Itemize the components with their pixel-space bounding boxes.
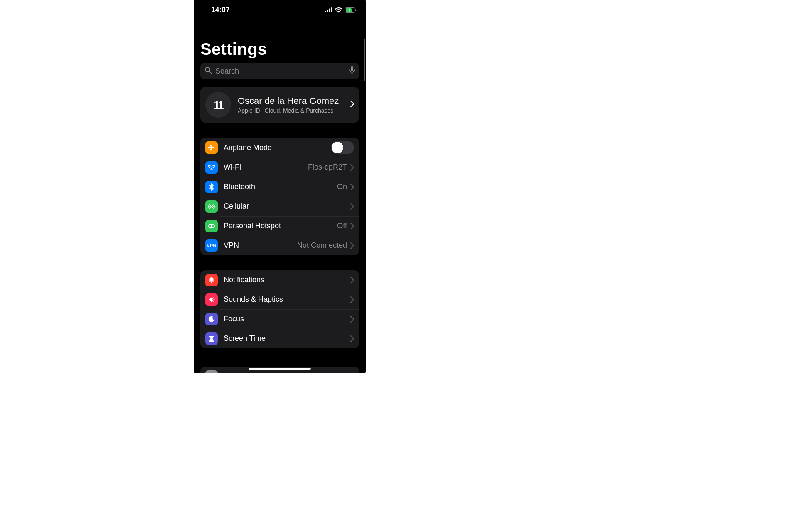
chevron-right-icon (350, 223, 354, 229)
svg-rect-3 (331, 7, 332, 12)
airplane-mode-row[interactable]: Airplane Mode (200, 138, 359, 158)
page-title: Settings (194, 20, 366, 63)
status-icons (325, 7, 357, 13)
bluetooth-icon (205, 181, 218, 193)
sounds-label: Sounds & Haptics (224, 295, 350, 304)
bluetooth-label: Bluetooth (224, 182, 337, 191)
wifi-icon (335, 7, 342, 13)
svg-point-14 (211, 206, 212, 207)
vpn-row[interactable]: VPN VPN Not Connected (200, 236, 359, 255)
cellular-row[interactable]: Cellular (200, 197, 359, 216)
chevron-right-icon (350, 101, 354, 109)
svg-point-4 (338, 12, 339, 12)
apple-id-subtitle: Apple ID, iCloud, Media & Purchases (238, 107, 350, 114)
bluetooth-row[interactable]: Bluetooth On (200, 177, 359, 197)
notifications-icon (205, 274, 218, 286)
apple-id-group: 11 Oscar de la Hera Gomez Apple ID, iClo… (200, 87, 359, 123)
scroll-indicator (364, 39, 365, 81)
airplane-mode-label: Airplane Mode (224, 143, 331, 152)
mic-icon[interactable] (349, 66, 355, 76)
wifi-row[interactable]: Wi-Fi Fios-qpR2T (200, 158, 359, 177)
search-input[interactable] (215, 67, 346, 76)
avatar: 11 (205, 92, 231, 118)
general-icon (205, 370, 218, 373)
screentime-label: Screen Time (224, 334, 350, 343)
svg-rect-10 (351, 66, 353, 71)
hotspot-row[interactable]: Personal Hotspot Off (200, 216, 359, 236)
cellular-icon (205, 200, 218, 213)
apple-id-name: Oscar de la Hera Gomez (238, 96, 350, 106)
wifi-settings-icon (205, 161, 218, 174)
vpn-value: Not Connected (297, 241, 347, 250)
notifications-label: Notifications (224, 276, 350, 284)
screen-time-icon (205, 332, 218, 345)
focus-icon (205, 313, 218, 325)
chevron-right-icon (350, 316, 354, 323)
battery-icon (345, 7, 357, 13)
vpn-icon: VPN (205, 239, 218, 252)
chevron-right-icon (350, 203, 354, 210)
connectivity-group: Airplane Mode Wi-Fi Fios-qpR2T Bluetooth… (200, 138, 359, 255)
chevron-right-icon (350, 335, 354, 342)
chevron-right-icon (350, 184, 354, 190)
cellular-signal-icon (325, 7, 332, 12)
focus-row[interactable]: Focus (200, 309, 359, 329)
wifi-value: Fios-qpR2T (308, 163, 347, 172)
svg-point-13 (211, 169, 212, 170)
notifications-row[interactable]: Notifications (200, 270, 359, 290)
status-bar: 14:07 (194, 0, 366, 20)
home-indicator[interactable] (249, 368, 311, 370)
svg-line-9 (209, 71, 212, 74)
vpn-icon-label: VPN (207, 243, 217, 248)
search-field[interactable] (200, 63, 359, 79)
general-label: General (224, 372, 350, 373)
bluetooth-value: On (337, 182, 347, 191)
preferences-group: Notifications Sounds & Haptics Focus Scr… (200, 270, 359, 348)
sounds-icon (205, 293, 218, 306)
svg-rect-2 (329, 9, 330, 13)
hotspot-icon (205, 220, 218, 232)
focus-label: Focus (224, 315, 350, 323)
search-icon (204, 66, 212, 76)
hotspot-label: Personal Hotspot (224, 222, 337, 230)
chevron-right-icon (350, 164, 354, 171)
svg-rect-0 (325, 11, 326, 12)
hotspot-value: Off (337, 222, 347, 230)
cellular-label: Cellular (224, 202, 350, 211)
screentime-row[interactable]: Screen Time (200, 329, 359, 348)
status-time: 14:07 (211, 6, 230, 14)
vpn-label: VPN (224, 241, 297, 250)
chevron-right-icon (350, 242, 354, 249)
wifi-label: Wi-Fi (224, 163, 308, 172)
apple-id-row[interactable]: 11 Oscar de la Hera Gomez Apple ID, iClo… (200, 87, 359, 123)
chevron-right-icon (350, 277, 354, 283)
phone-frame: 14:07 Settings 11 (194, 0, 366, 373)
svg-rect-7 (355, 9, 356, 11)
svg-rect-1 (327, 10, 328, 12)
sounds-row[interactable]: Sounds & Haptics (200, 290, 359, 309)
chevron-right-icon (350, 296, 354, 303)
airplane-icon (205, 141, 218, 154)
airplane-mode-toggle[interactable] (331, 141, 354, 154)
